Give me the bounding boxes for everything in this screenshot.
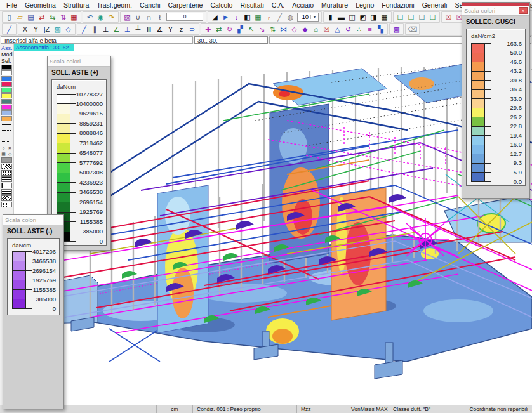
select-previous-icon[interactable]: ☐ xyxy=(427,12,438,22)
linestyle-solid[interactable] xyxy=(1,122,12,127)
select-all-icon[interactable]: ☐ xyxy=(395,12,406,22)
arrow-down-icon[interactable]: ↓ xyxy=(231,12,242,22)
measure-icon[interactable]: ╱ xyxy=(274,12,285,22)
menu-carpenterie[interactable]: Carpenterie xyxy=(164,1,207,9)
menu-geometria[interactable]: Geometria xyxy=(21,1,60,9)
scale-window-titlebar[interactable]: Scala colori x xyxy=(462,6,529,16)
color-swatch-1[interactable] xyxy=(1,70,12,75)
delete-node-icon[interactable]: ✕ xyxy=(7,145,13,151)
pattern-icon[interactable]: ▩ xyxy=(391,24,402,34)
delete-entities-icon[interactable]: ▦ xyxy=(69,12,79,22)
menu-generali[interactable]: Generali xyxy=(418,1,451,9)
pattern-dots-fine[interactable] xyxy=(1,170,12,176)
parallel-icon[interactable]: ∥ xyxy=(90,24,100,34)
pattern-back-diag[interactable] xyxy=(1,195,12,201)
pattern-dots-coarse[interactable] xyxy=(1,202,12,207)
scale-window-titlebar[interactable]: Scala colori xyxy=(48,56,110,67)
rotate-icon[interactable]: ↻ xyxy=(224,24,235,34)
intersect-icon[interactable]: ∩ xyxy=(143,12,154,22)
globe-icon[interactable]: ◍ xyxy=(285,12,296,22)
fork-y-icon[interactable]: Y xyxy=(165,24,176,34)
perpendicular-icon[interactable]: ⊥ xyxy=(100,24,111,34)
arc-icon[interactable]: ⊃ xyxy=(187,24,197,34)
color-swatch-3[interactable] xyxy=(1,82,12,87)
scale-window-gusci[interactable]: Scala colori x SOLLEC. GUSCI daN/cm2 163… xyxy=(462,2,530,199)
divide-icon[interactable]: ◇ xyxy=(289,24,300,34)
grid-snap-icon[interactable]: ▦ xyxy=(1,151,7,157)
chevron-down-icon[interactable]: ▼ xyxy=(310,15,317,19)
sidebar-mode-sel[interactable]: Sel. xyxy=(0,58,13,64)
select-pointer-icon[interactable]: ► xyxy=(220,12,231,22)
hatch-icon[interactable]: ▨ xyxy=(52,24,63,34)
pattern-cross-hatch[interactable] xyxy=(1,189,12,195)
join-icon[interactable]: ⋈ xyxy=(278,24,289,34)
pattern-solid-gray[interactable] xyxy=(1,157,12,163)
union-icon[interactable]: ∪ xyxy=(133,12,143,22)
legend-grid-icon[interactable]: ▦ xyxy=(253,12,263,22)
align-icon[interactable]: ⌂ xyxy=(310,24,321,34)
window-horizontal-icon[interactable]: ▬ xyxy=(336,12,347,22)
color-swatch-8[interactable] xyxy=(1,110,12,115)
menu-legno[interactable]: Legno xyxy=(352,1,378,9)
flip-icon[interactable]: ⇅ xyxy=(267,24,278,34)
draw-line-icon[interactable]: ╱ xyxy=(4,24,15,34)
angle-x-icon[interactable]: ∡ xyxy=(154,24,165,34)
axis-z2-icon[interactable]: z xyxy=(176,24,187,34)
scale-window-aste-neg[interactable]: Scala colori SOLL. ASTE (-) daNcm 401720… xyxy=(3,214,64,409)
node-numbers-icon[interactable]: ᵣ xyxy=(263,12,274,22)
segment-icon[interactable]: ╱ xyxy=(79,24,90,34)
menu-calcolo[interactable]: Calcolo xyxy=(206,1,236,9)
color-swatch-7[interactable] xyxy=(1,105,12,110)
menu-acciaio[interactable]: Acciaio xyxy=(288,1,317,9)
copy-element-icon[interactable]: ⇄ xyxy=(213,24,224,34)
axis-z-icon[interactable]: |Z xyxy=(41,24,52,34)
menu-murature[interactable]: Murature xyxy=(317,1,352,9)
scale-window-titlebar[interactable]: Scala colori xyxy=(3,215,63,225)
polygon-icon[interactable]: ◇ xyxy=(63,24,74,34)
mesh-icon[interactable]: ◆ xyxy=(300,24,310,34)
color-swatch-4[interactable] xyxy=(1,88,12,93)
linestyle-dot[interactable] xyxy=(1,140,12,144)
menu-file[interactable]: File xyxy=(3,1,21,9)
menu-risultati[interactable]: Risultati xyxy=(236,1,267,9)
stretch-icon[interactable]: ↖ xyxy=(246,24,256,34)
merge-entities-icon[interactable]: ⇅ xyxy=(58,12,69,22)
length-icon[interactable]: ℓ xyxy=(154,12,165,22)
vertex-icon[interactable]: ◇ xyxy=(7,151,13,157)
undo-icon[interactable]: ↶ xyxy=(84,12,95,22)
menu-carichi[interactable]: Carichi xyxy=(136,1,164,9)
linestyle-dash[interactable] xyxy=(1,128,12,133)
numeric-field[interactable]: 0 xyxy=(166,13,203,21)
paste-entities-icon[interactable]: ⇆ xyxy=(47,12,58,22)
linestyle-dash-short[interactable] xyxy=(1,134,12,138)
pattern-v-lines[interactable] xyxy=(1,183,12,188)
base-line-icon[interactable]: ┴ xyxy=(133,24,143,34)
menu-struttura[interactable]: Struttura xyxy=(60,1,93,9)
window-single-icon[interactable]: ▮ xyxy=(325,12,336,22)
mirror-icon[interactable]: ▞ xyxy=(235,24,246,34)
menu-trasf-geom[interactable]: Trasf.geom. xyxy=(93,1,136,9)
check-data-icon[interactable]: ▨ xyxy=(122,12,133,22)
sidebar-mode-ass[interactable]: Ass. xyxy=(0,45,13,51)
shade-triangle-icon[interactable]: ◢ xyxy=(209,12,220,22)
select-crossing-icon[interactable]: ☐ xyxy=(416,12,427,22)
contrast-icon[interactable]: ◧ xyxy=(242,12,253,22)
open-folder-icon[interactable]: ▱ xyxy=(15,12,25,22)
explode-icon[interactable]: ∴ xyxy=(354,24,364,34)
angle-icon[interactable]: ∠ xyxy=(111,24,122,34)
match-properties-icon[interactable]: ≡ xyxy=(364,24,375,34)
save-icon[interactable]: ▤ xyxy=(25,12,36,22)
close-icon[interactable]: x xyxy=(519,7,528,14)
deselect-icon[interactable]: ☒ xyxy=(443,12,454,22)
eraser-icon[interactable]: ⌫ xyxy=(407,24,418,34)
window-quad-icon[interactable]: ▦ xyxy=(379,12,390,22)
offset-icon[interactable]: ↘ xyxy=(256,24,267,34)
menu-fondazioni[interactable]: Fondazioni xyxy=(378,1,418,9)
sidebar-mode-mod[interactable]: Mod xyxy=(0,51,13,58)
color-swatch-5[interactable] xyxy=(1,93,12,98)
merge-icon[interactable]: ▚ xyxy=(375,24,386,34)
color-swatch-9[interactable] xyxy=(1,116,12,121)
axis-y-icon[interactable]: Y xyxy=(30,24,41,34)
window-vertical-icon[interactable]: ◫ xyxy=(347,12,357,22)
pattern-diag-hatch[interactable] xyxy=(1,164,12,169)
